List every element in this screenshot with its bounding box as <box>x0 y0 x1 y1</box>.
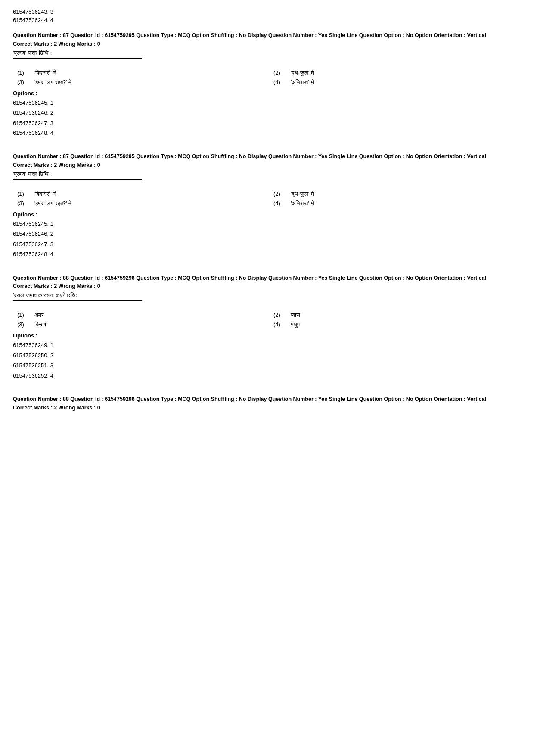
option-text: मधुप <box>291 321 300 328</box>
option-item-2: (3)किरण <box>17 321 265 328</box>
option-number: (4) <box>273 200 286 206</box>
option-item-0: (1)'विदागरी' मे <box>17 191 265 197</box>
question-meta: Question Number : 88 Question Id : 61547… <box>13 274 521 282</box>
option-id-line: 61547536245. 1 <box>13 219 521 229</box>
option-id-line: 61547536249. 1 <box>13 340 521 350</box>
option-text: 'अभिशप्त' मे <box>291 200 314 207</box>
option-id-line: 61547536252. 4 <box>13 371 521 381</box>
option-number: (3) <box>17 79 29 85</box>
options-label: Options : <box>13 332 521 339</box>
option-ids: 61547536245. 161547536246. 261547536247.… <box>13 98 521 138</box>
top-id-1: 61547536243. 3 <box>13 9 521 15</box>
question-text: 'प्रणव' पात्र छिथि : <box>13 50 142 59</box>
option-id-line: 61547536248. 4 <box>13 128 521 138</box>
option-text: 'अभिशप्त' मे <box>291 79 314 86</box>
option-item-2: (3)'हमरा लग रहब?' मे <box>17 79 265 86</box>
question-meta: Question Number : 87 Question Id : 61547… <box>13 31 521 40</box>
options-grid: (1)'विदागरी' मे(2)'दूध-फूल' मे(3)'हमरा ल… <box>13 191 521 207</box>
option-text: अमर <box>34 312 44 319</box>
option-id-line: 61547536248. 4 <box>13 249 521 259</box>
option-text: 'विदागरी' मे <box>34 191 56 197</box>
option-item-0: (1)'विदागरी' मे <box>17 69 265 76</box>
options-label: Options : <box>13 211 521 218</box>
question-meta: Question Number : 88 Question Id : 61547… <box>13 395 521 403</box>
option-number: (2) <box>273 312 286 318</box>
option-id-line: 61547536246. 2 <box>13 108 521 118</box>
option-item-2: (3)'हमरा लग रहब?' मे <box>17 200 265 207</box>
question-text: 'रसल जमाव'क रचना कएने छथिः <box>13 292 142 301</box>
option-item-0: (1)अमर <box>17 312 265 319</box>
option-text: 'दूध-फूल' मे <box>291 69 314 76</box>
question-meta: Question Number : 87 Question Id : 61547… <box>13 153 521 161</box>
option-item-3: (4)'अभिशप्त' मे <box>273 79 521 86</box>
question-block-1: Question Number : 87 Question Id : 61547… <box>13 153 521 259</box>
correct-marks: Correct Marks : 2 Wrong Marks : 0 <box>13 162 521 168</box>
correct-marks: Correct Marks : 2 Wrong Marks : 0 <box>13 41 521 47</box>
option-item-1: (2)'दूध-फूल' मे <box>273 69 521 76</box>
question-block-0: Question Number : 87 Question Id : 61547… <box>13 31 521 138</box>
option-number: (1) <box>17 191 29 197</box>
question-block-3: Question Number : 88 Question Id : 61547… <box>13 395 521 411</box>
option-id-line: 61547536251. 3 <box>13 360 521 370</box>
option-number: (1) <box>17 312 29 318</box>
option-number: (4) <box>273 321 286 328</box>
option-text: व्यास <box>291 312 300 319</box>
option-id-line: 61547536247. 3 <box>13 239 521 249</box>
correct-marks: Correct Marks : 2 Wrong Marks : 0 <box>13 405 521 411</box>
option-text: 'दूध-फूल' मे <box>291 191 314 197</box>
option-number: (2) <box>273 69 286 76</box>
option-number: (3) <box>17 200 29 206</box>
option-id-line: 61547536246. 2 <box>13 229 521 239</box>
option-text: 'हमरा लग रहब?' मे <box>34 200 71 207</box>
option-number: (3) <box>17 321 29 328</box>
options-grid: (1)अमर(2)व्यास(3)किरण(4)मधुप <box>13 312 521 328</box>
option-number: (4) <box>273 79 286 85</box>
option-ids: 61547536245. 161547536246. 261547536247.… <box>13 219 521 259</box>
option-id-line: 61547536245. 1 <box>13 98 521 108</box>
option-text: किरण <box>34 321 46 328</box>
option-item-1: (2)'दूध-फूल' मे <box>273 191 521 197</box>
options-grid: (1)'विदागरी' मे(2)'दूध-फूल' मे(3)'हमरा ल… <box>13 69 521 86</box>
correct-marks: Correct Marks : 2 Wrong Marks : 0 <box>13 283 521 289</box>
option-text: 'हमरा लग रहब?' मे <box>34 79 71 86</box>
option-id-line: 61547536247. 3 <box>13 118 521 128</box>
question-text: 'प्रणव' पात्र छिथि : <box>13 171 142 180</box>
option-item-3: (4)'अभिशप्त' मे <box>273 200 521 207</box>
question-block-2: Question Number : 88 Question Id : 61547… <box>13 274 521 381</box>
option-item-3: (4)मधुप <box>273 321 521 328</box>
option-id-line: 61547536250. 2 <box>13 350 521 360</box>
option-number: (1) <box>17 69 29 76</box>
option-item-1: (2)व्यास <box>273 312 521 319</box>
top-id-2: 61547536244. 4 <box>13 17 521 23</box>
option-ids: 61547536249. 161547536250. 261547536251.… <box>13 340 521 381</box>
options-label: Options : <box>13 90 521 97</box>
option-text: 'विदागरी' मे <box>34 69 56 76</box>
option-number: (2) <box>273 191 286 197</box>
